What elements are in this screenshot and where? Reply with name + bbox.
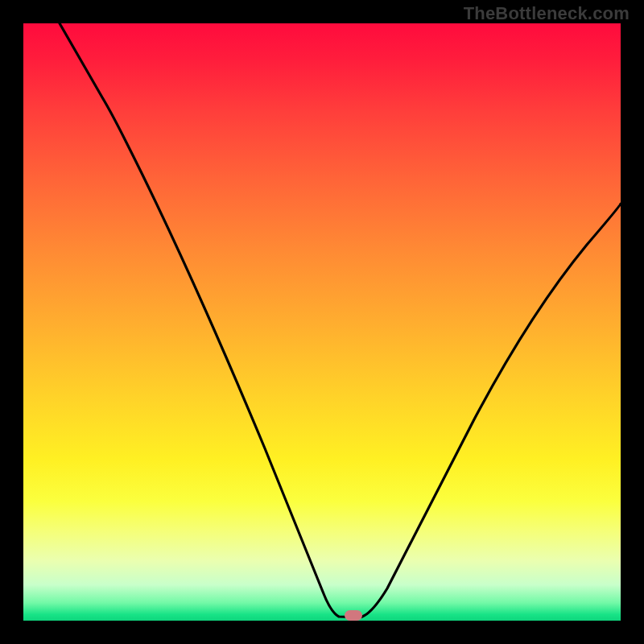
plot-area bbox=[23, 23, 621, 621]
bottleneck-curve bbox=[23, 23, 621, 621]
optimum-marker bbox=[345, 610, 362, 621]
chart-frame: TheBottleneck.com bbox=[0, 0, 644, 644]
watermark-text: TheBottleneck.com bbox=[464, 3, 630, 24]
